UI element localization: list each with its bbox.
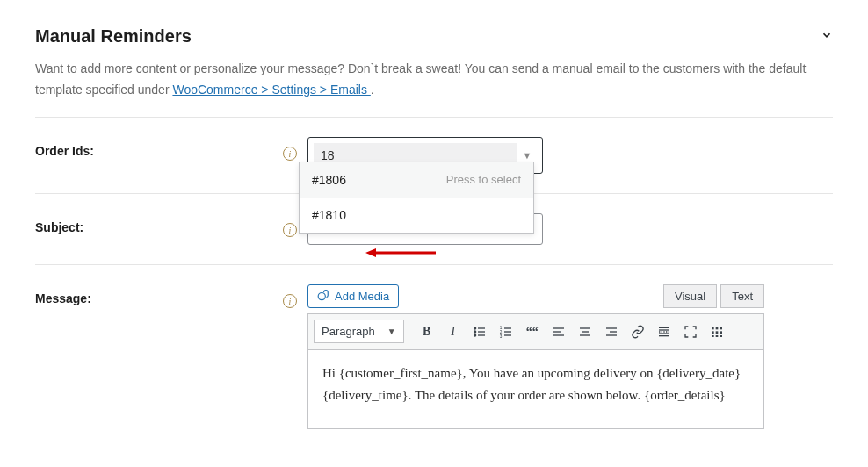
dropdown-option-1806[interactable]: #1806 Press to select [300,162,533,198]
svg-rect-35 [712,335,714,337]
editor-toolbar: Paragraph ▼ B I 123 ““ [307,313,764,350]
format-label: Paragraph [322,325,375,338]
field-subject: Subject: i #1806 Press to select #1810 [35,194,833,264]
readmore-button[interactable] [652,320,676,344]
svg-point-5 [474,334,475,336]
info-icon[interactable]: i [283,147,297,161]
editor-body[interactable]: Hi {customer_first_name}, You have an up… [307,350,764,429]
svg-rect-33 [715,331,718,334]
description-post: . [371,83,374,97]
svg-rect-34 [720,331,722,334]
svg-text:3: 3 [499,334,502,338]
blockquote-button[interactable]: ““ [520,320,545,344]
align-left-button[interactable] [546,320,571,344]
tab-text[interactable]: Text [720,284,764,308]
italic-button[interactable]: I [441,320,466,344]
add-media-label: Add Media [335,290,389,303]
fullscreen-button[interactable] [678,320,703,344]
option-hint: Press to select [446,173,521,186]
format-select[interactable]: Paragraph ▼ [314,320,404,343]
media-icon [317,290,329,302]
svg-marker-1 [365,248,376,257]
section-header: Manual Reminders [35,26,833,47]
info-icon[interactable]: i [283,223,297,237]
svg-rect-32 [712,331,714,334]
align-right-icon [604,325,618,339]
tab-visual[interactable]: Visual [663,284,717,308]
svg-point-2 [318,293,325,300]
section-title: Manual Reminders [35,26,192,47]
field-message: Message: i Add Media Visual Text [35,265,833,429]
subject-label: Subject: [35,213,281,234]
readmore-icon [657,325,671,339]
arrow-annotation-icon [365,247,436,259]
option-label: #1810 [312,208,346,222]
rich-editor: Add Media Visual Text Paragraph ▼ B I [307,284,764,429]
dropdown-option-1810[interactable]: #1810 [300,198,533,233]
bullet-list-button[interactable] [467,320,492,344]
toolbar-toggle-icon [710,325,724,339]
order-ids-dropdown: #1806 Press to select #1810 [299,162,534,234]
chevron-down-icon [821,29,833,41]
field-info: i [281,213,299,238]
svg-point-4 [474,331,475,333]
collapse-toggle[interactable] [821,29,833,44]
option-label: #1806 [312,173,346,187]
description-text: Want to add more content or personalize … [35,61,806,97]
link-icon [631,325,645,339]
settings-link[interactable]: WooCommerce > Settings > Emails [172,83,370,97]
numbered-list-icon: 123 [499,325,513,339]
fullscreen-icon [684,325,698,339]
align-center-icon [578,325,592,339]
add-media-button[interactable]: Add Media [307,284,399,308]
order-ids-label: Order Ids: [35,137,281,158]
align-right-button[interactable] [599,320,624,344]
info-icon[interactable]: i [283,294,297,308]
svg-rect-30 [715,327,718,329]
caret-down-icon: ▼ [517,150,537,161]
align-left-icon [552,325,566,339]
message-label: Message: [35,284,281,305]
svg-point-3 [474,327,475,329]
caret-down-icon: ▼ [387,327,396,336]
numbered-list-button[interactable]: 123 [494,320,518,344]
svg-rect-29 [712,327,714,329]
svg-rect-37 [720,335,722,337]
bold-button[interactable]: B [415,320,439,344]
field-info: i [281,284,299,309]
toolbar-toggle-button[interactable] [705,320,729,344]
svg-rect-31 [720,327,722,329]
editor-tabs: Visual Text [660,284,764,308]
field-info: i [281,137,299,162]
svg-rect-36 [715,335,718,337]
bullet-list-icon [473,325,487,339]
link-button[interactable] [626,320,650,344]
section-description: Want to add more content or personalize … [35,59,833,101]
align-center-button[interactable] [573,320,597,344]
